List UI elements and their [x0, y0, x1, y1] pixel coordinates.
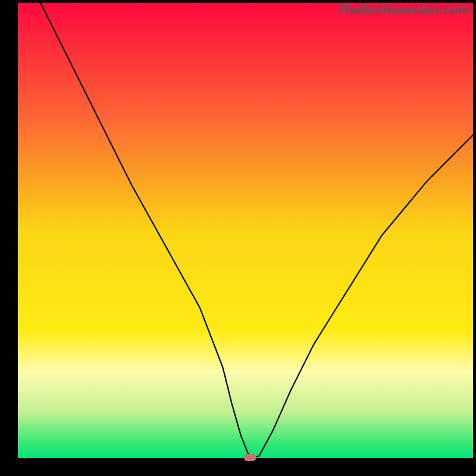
watermark-text: TheBottlenecker.com [337, 2, 470, 18]
plot-area [18, 3, 473, 458]
optimum-marker [244, 454, 256, 461]
chart-svg [0, 0, 476, 476]
bottleneck-chart [0, 0, 476, 476]
